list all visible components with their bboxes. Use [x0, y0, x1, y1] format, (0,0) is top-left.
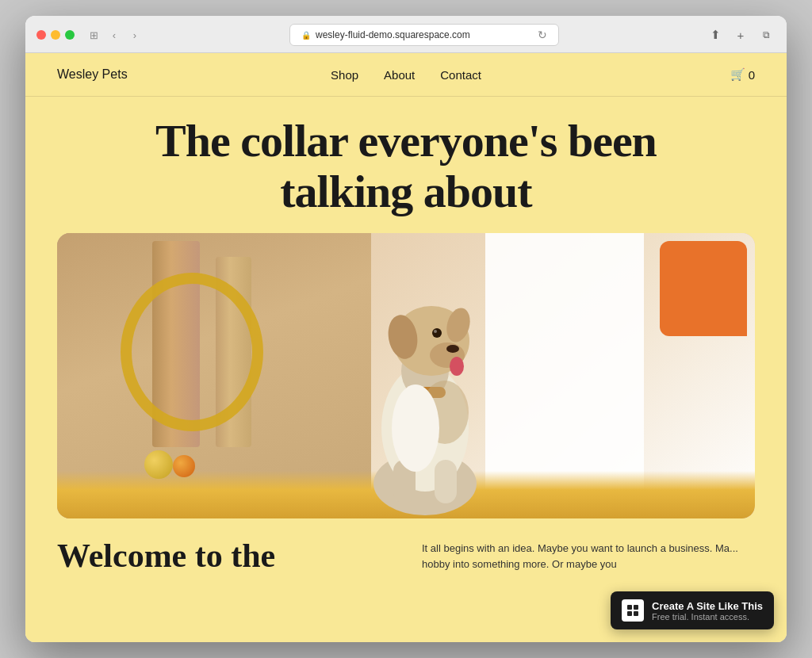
yellow-ball	[144, 450, 173, 479]
tab-grid-button[interactable]: ⊞	[86, 27, 102, 43]
welcome-text-left: Welcome to the	[57, 537, 390, 574]
svg-rect-16	[627, 605, 632, 610]
minimize-button[interactable]	[51, 30, 60, 40]
browser-controls: ⊞ ‹ ›	[86, 27, 143, 43]
hero-title-line1: The collar everyone's been	[155, 115, 657, 166]
squarespace-cta-title: Create A Site Like This	[652, 600, 763, 612]
browser-actions: ⬆ + ⧉	[706, 25, 776, 44]
reload-icon[interactable]: ↻	[538, 29, 547, 41]
site-nav-links: Shop About Contact	[331, 68, 481, 82]
svg-point-13	[450, 357, 464, 376]
cart-icon: 🛒	[730, 67, 745, 82]
share-button[interactable]: ⬆	[706, 25, 725, 44]
squarespace-logo	[622, 599, 644, 622]
svg-rect-19	[634, 611, 638, 616]
welcome-body-text: It all begins with an idea. Maybe you wa…	[422, 541, 755, 574]
squarespace-cta-subtitle: Free trial. Instant access.	[652, 612, 763, 622]
browser-window: ⊞ ‹ › 🔒 wesley-fluid-demo.squarespace.co…	[25, 16, 787, 642]
nav-link-contact[interactable]: Contact	[440, 68, 481, 82]
address-bar-container: 🔒 wesley-fluid-demo.squarespace.com ↻	[151, 24, 698, 46]
squarespace-banner[interactable]: Create A Site Like This Free trial. Inst…	[611, 591, 774, 629]
svg-point-8	[446, 345, 459, 353]
cart-area[interactable]: 🛒 0	[481, 67, 755, 82]
orange-rectangle	[660, 241, 747, 336]
orange-ball	[173, 455, 195, 477]
close-button[interactable]	[36, 30, 46, 40]
welcome-body-right: It all begins with an idea. Maybe you wa…	[422, 537, 755, 574]
squarespace-text-block: Create A Site Like This Free trial. Inst…	[652, 600, 763, 622]
traffic-lights	[36, 30, 75, 40]
cart-count: 0	[749, 68, 755, 82]
svg-point-9	[432, 328, 442, 338]
nav-link-about[interactable]: About	[384, 68, 415, 82]
welcome-heading-line1: Welcome to the	[57, 537, 275, 574]
address-bar[interactable]: 🔒 wesley-fluid-demo.squarespace.com ↻	[289, 24, 559, 46]
hero-title-line2: talking about	[280, 166, 531, 217]
site-logo: Wesley Pets	[57, 67, 331, 82]
back-button[interactable]: ‹	[106, 27, 122, 43]
welcome-heading: Welcome to the	[57, 537, 390, 574]
svg-point-10	[434, 330, 437, 333]
svg-point-15	[392, 384, 439, 472]
tabs-button[interactable]: ⧉	[756, 25, 776, 44]
browser-chrome: ⊞ ‹ › 🔒 wesley-fluid-demo.squarespace.co…	[25, 16, 787, 53]
hero-image	[57, 233, 755, 518]
dog-scene	[57, 233, 755, 518]
hero-title: The collar everyone's been talking about	[57, 116, 755, 217]
url-text: wesley-fluid-demo.squarespace.com	[316, 29, 470, 40]
svg-rect-18	[627, 611, 632, 616]
nav-link-shop[interactable]: Shop	[331, 68, 358, 82]
website-content: Wesley Pets Shop About Contact 🛒 0 The c…	[25, 53, 787, 642]
dog-image	[330, 254, 520, 518]
forward-button[interactable]: ›	[127, 27, 143, 43]
lock-icon: 🔒	[301, 31, 311, 40]
hero-section: The collar everyone's been talking about	[25, 97, 787, 233]
svg-rect-3	[435, 460, 457, 503]
yellow-hoop	[121, 273, 263, 431]
new-tab-button[interactable]: +	[731, 25, 750, 44]
svg-rect-17	[634, 605, 638, 610]
site-nav: Wesley Pets Shop About Contact 🛒 0	[25, 53, 787, 97]
maximize-button[interactable]	[65, 30, 75, 40]
